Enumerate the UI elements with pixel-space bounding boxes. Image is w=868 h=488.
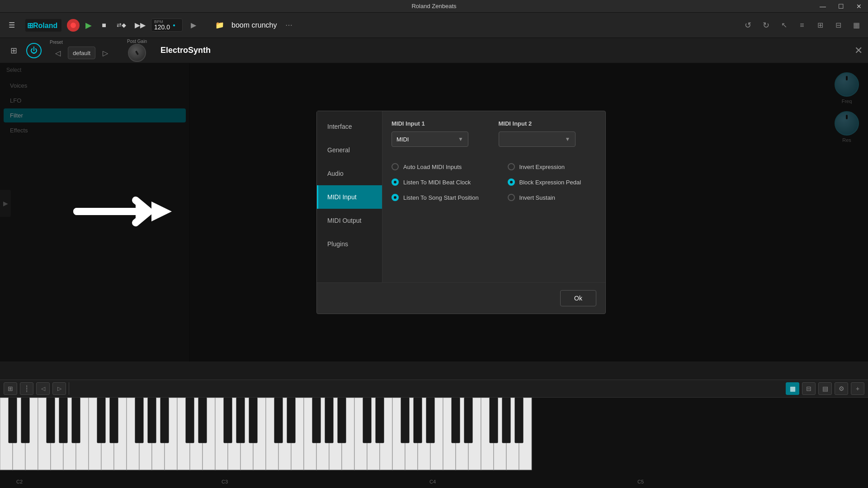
grid-button[interactable]: ▦ — [848, 17, 864, 33]
pointer-button[interactable]: ↖ — [776, 17, 792, 33]
keyboard-divider-1 — [69, 382, 69, 395]
top-toolbar: ☰ ⊞Roland ▶ ■ ⇄◆ ▶▶ BPM 120.0 ● ▶ 📁 boom… — [0, 13, 868, 38]
option-block-expression[interactable]: Block Expression Pedal — [508, 178, 597, 186]
preset-back-button[interactable]: ◁ — [50, 45, 66, 61]
beat-clock-radio[interactable] — [392, 178, 399, 186]
c2-label: C2 — [16, 479, 23, 484]
nav-interface[interactable]: Interface — [317, 115, 382, 138]
option-beat-clock[interactable]: Listen To MIDI Beat Clock — [392, 178, 490, 186]
midi-dropdown-1[interactable]: MIDI ▼ — [392, 131, 468, 147]
post-gain-knob[interactable] — [128, 44, 146, 62]
option-auto-load[interactable]: Auto Load MIDI Inputs — [392, 163, 490, 170]
keyboard-prev-button[interactable]: ◁ — [36, 382, 50, 395]
ok-button[interactable]: Ok — [560, 290, 596, 306]
black-key — [9, 398, 17, 443]
piano-roll-button[interactable]: ▦ — [786, 382, 799, 395]
invert-expression-label: Invert Expression — [519, 164, 565, 170]
keyboard-grid-button[interactable]: ⊞ — [4, 382, 17, 395]
block-expression-radio[interactable] — [508, 178, 515, 186]
dropdown-2-arrow-icon: ▼ — [565, 136, 571, 142]
c3-label: C3 — [222, 479, 228, 484]
close-button[interactable]: ✕ — [850, 0, 868, 13]
share-button[interactable]: ⋯ — [281, 17, 297, 33]
svg-text:⊞Roland: ⊞Roland — [27, 22, 57, 29]
black-key — [110, 398, 118, 443]
step-seq-button[interactable]: ▤ — [818, 382, 832, 395]
settings-button[interactable]: ≡ — [794, 17, 810, 33]
nav-midi-input[interactable]: MIDI Input — [317, 185, 382, 209]
forward-button[interactable]: ▶▶ — [132, 17, 148, 33]
power-button[interactable]: ⏻ — [26, 43, 42, 58]
folder-button[interactable]: 📁 — [212, 17, 228, 33]
instrument-header: ⊞ ⏻ Preset ◁ default ▷ Post Gain Electro… — [0, 38, 868, 63]
stop-button[interactable]: ■ — [98, 19, 110, 32]
nav-plugins[interactable]: Plugins — [317, 232, 382, 256]
c4-label: C4 — [429, 479, 436, 484]
invert-sustain-radio[interactable] — [508, 194, 515, 201]
menu-button[interactable]: ☰ — [4, 17, 20, 33]
options-col-1: Auto Load MIDI Inputs Listen To MIDI Bea… — [392, 163, 490, 209]
black-key — [224, 398, 232, 443]
bpm-expand-button[interactable]: ▶ — [185, 17, 202, 33]
black-key — [376, 398, 384, 443]
black-key — [198, 398, 207, 443]
black-key — [502, 398, 510, 443]
svg-marker-3 — [151, 202, 172, 221]
preset-forward-button[interactable]: ▷ — [97, 45, 113, 61]
record-button[interactable] — [67, 19, 80, 32]
song-start-radio[interactable] — [392, 194, 399, 201]
option-invert-expression[interactable]: Invert Expression — [508, 163, 597, 170]
roland-logo: ⊞Roland — [23, 19, 64, 32]
midi-input-2-label: MIDI Input 2 — [499, 120, 597, 127]
keyboard-area: ⊞ ┆ ◁ ▷ ▦ ⊟ ▤ ⚙ + C2 C3 C4 C5 — [0, 380, 868, 488]
redo-button[interactable]: ↻ — [758, 17, 774, 33]
beat-clock-radio-dot — [394, 181, 396, 183]
midi-dropdown-2[interactable]: ▼ — [499, 131, 576, 147]
black-key — [59, 398, 67, 443]
black-key — [414, 398, 422, 443]
maximize-button[interactable]: ☐ — [832, 0, 850, 13]
midi-input-1-label: MIDI Input 1 — [392, 120, 490, 127]
expand-kb-button[interactable]: + — [851, 382, 864, 395]
black-key — [363, 398, 371, 443]
invert-expression-radio[interactable] — [508, 163, 515, 170]
option-invert-sustain[interactable]: Invert Sustain — [508, 194, 597, 201]
option-song-start[interactable]: Listen To Song Start Position — [392, 194, 490, 201]
dropdown-1-arrow-icon: ▼ — [458, 136, 463, 142]
loop-button[interactable]: ⇄◆ — [113, 17, 129, 33]
preset-name: default — [73, 50, 90, 56]
close-instrument-button[interactable]: ✕ — [854, 45, 863, 56]
settings-kb-button[interactable]: ⚙ — [835, 382, 848, 395]
black-key — [426, 398, 434, 443]
black-key — [21, 398, 29, 443]
modal-content: MIDI Input 1 MIDI ▼ MIDI Input 2 ▼ — [382, 111, 605, 282]
nav-general[interactable]: General — [317, 138, 382, 162]
auto-load-label: Auto Load MIDI Inputs — [403, 164, 462, 170]
view-button[interactable]: ⊞ — [812, 17, 828, 33]
black-key — [97, 398, 105, 443]
piano-keys — [0, 398, 868, 488]
grid-icon-button[interactable]: ⊞ — [5, 42, 22, 59]
main-content: Select Voices LFO Filter Effects ▶ Freq — [0, 63, 868, 361]
mixer-button[interactable]: ⊟ — [830, 17, 846, 33]
nav-audio[interactable]: Audio — [317, 162, 382, 185]
minimize-button[interactable]: — — [814, 0, 832, 13]
black-key — [186, 398, 194, 443]
bpm-display[interactable]: BPM 120.0 ● — [151, 19, 183, 32]
options-col-2: Invert Expression Block Expression Pedal — [508, 163, 597, 209]
auto-load-radio[interactable] — [392, 163, 399, 170]
black-key — [148, 398, 156, 443]
nav-midi-output[interactable]: MIDI Output — [317, 209, 382, 232]
song-start-label: Listen To Song Start Position — [403, 194, 479, 201]
black-key — [72, 398, 80, 443]
keyboard-next-button[interactable]: ▷ — [52, 382, 66, 395]
black-key — [274, 398, 283, 443]
undo-button[interactable]: ↺ — [740, 17, 756, 33]
window-controls: — ☐ ✕ — [814, 0, 868, 12]
block-expression-radio-dot — [510, 181, 513, 183]
drum-grid-button[interactable]: ⊟ — [802, 382, 816, 395]
play-button[interactable]: ▶ — [82, 19, 95, 32]
settings-modal: Interface General Audio MIDI Input MIDI … — [316, 111, 606, 314]
project-name: boom crunchy — [231, 21, 277, 29]
keyboard-pipe-button[interactable]: ┆ — [20, 382, 33, 395]
